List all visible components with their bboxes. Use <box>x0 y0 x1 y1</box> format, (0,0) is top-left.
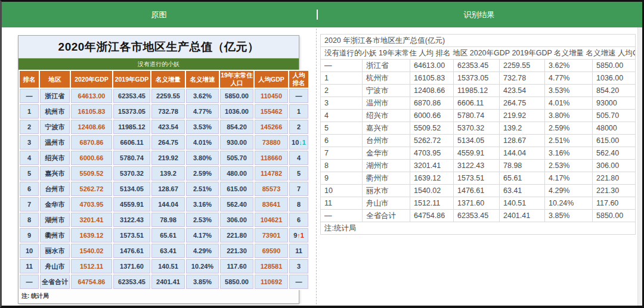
cell: 10 <box>20 244 39 258</box>
cell: 5262.72 <box>71 182 112 196</box>
cell: 562.40 <box>593 147 636 160</box>
cell: 1 <box>20 104 39 119</box>
table-row: 2宁波市12408.6611985.12423.543.53%854.20145… <box>20 120 308 134</box>
table-row: 11舟山市1512.111371.60140.5110.24%117.60128… <box>20 259 308 273</box>
rank-down-indicator: ↓1 <box>299 139 306 146</box>
cell: 1639.12 <box>410 172 454 185</box>
cell: 7 <box>289 182 308 196</box>
cell: 3.53% <box>186 120 219 134</box>
cell: 4.29% <box>545 185 593 197</box>
cell: 8 <box>289 197 308 211</box>
table-row: —全省合计64754.8662353.452401.413.85%5850.00 <box>321 210 636 222</box>
cell: 4 <box>289 151 308 165</box>
cell: 1 <box>289 104 308 119</box>
cell: 4.17% <box>186 228 219 242</box>
cell: 110450 <box>255 89 288 103</box>
cell: 264.75 <box>500 97 545 110</box>
cell: 110692 <box>255 275 288 289</box>
cell: 4.01% <box>545 97 593 110</box>
cell: 3.85% <box>186 275 219 289</box>
cell: 6870.86 <box>410 97 454 110</box>
cell: — <box>20 275 39 289</box>
cell: — <box>289 275 308 289</box>
cell: 306.00 <box>593 160 636 172</box>
cell: 118660 <box>255 151 288 165</box>
cell: 63.41 <box>151 244 185 258</box>
cell: 4.77% <box>186 104 219 119</box>
table-row: 9衢州市1639.121573.5165.614.17%221.80 <box>321 172 636 185</box>
cell: 219.92 <box>500 110 545 122</box>
cell: 5780.74 <box>113 151 150 165</box>
table-row: 8湖州市3201.413122.4378.982.53%306.00 <box>321 160 636 172</box>
cell: 221.30 <box>220 244 253 258</box>
cell: 10.24% <box>545 197 593 210</box>
cell: 4.01% <box>186 135 219 150</box>
cell: — <box>321 60 363 72</box>
cell: 金华市 <box>363 147 410 160</box>
cell: 615.00 <box>593 135 636 147</box>
table-row: 1杭州市16105.8315373.05732.784.77%1036.00 <box>321 72 636 85</box>
cell: 6 <box>321 135 363 147</box>
cell: 2.53% <box>545 160 593 172</box>
cell: 615.00 <box>220 182 253 196</box>
cell: 杭州市 <box>363 72 410 85</box>
cell: 3201.41 <box>71 213 112 227</box>
cell: 丽水市 <box>40 244 70 258</box>
rank-up-indicator: ↑1 <box>297 232 304 239</box>
result-title-cell: 2020 年浙江各市地区生产总值(亿元) <box>321 35 636 47</box>
cell: — <box>289 89 308 103</box>
table-row: —全省合计64754.8662353.452401.413.85%5850.00… <box>20 275 308 289</box>
cell: 144.04 <box>500 147 545 160</box>
cell: 湖州市 <box>40 213 70 227</box>
column-header: 名义增速 <box>186 71 219 88</box>
cell: 140.51 <box>500 197 545 210</box>
cell: 1476.61 <box>454 185 500 197</box>
cell: 6606.11 <box>113 135 150 150</box>
cell: 10↓1 <box>289 135 308 150</box>
cell: 264.75 <box>151 135 185 150</box>
cell: 12408.66 <box>410 85 454 97</box>
original-table-title: 2020年浙江各市地区生产总值（亿元） <box>18 36 299 58</box>
cell: 嘉兴市 <box>40 166 70 181</box>
cell: 6 <box>289 213 308 227</box>
cell: 衢州市 <box>40 228 70 242</box>
cell: 3 <box>289 259 308 273</box>
cell: 73880 <box>255 135 288 150</box>
cell: 9 <box>20 228 39 242</box>
cell: 5780.74 <box>454 110 500 122</box>
cell: 金华市 <box>40 197 70 211</box>
cell: 4703.95 <box>71 197 112 211</box>
cell: 1 <box>321 72 363 85</box>
cell: 3 <box>20 135 39 150</box>
cell: 5850.00 <box>220 89 253 103</box>
cell: 1512.11 <box>71 259 112 273</box>
cell: 48000 <box>593 122 636 135</box>
cell: 140.51 <box>151 259 185 273</box>
cell: 11 <box>289 244 308 258</box>
vertical-scrollbar[interactable] <box>637 27 642 306</box>
cell: 宁波市 <box>40 120 70 134</box>
cell: 8 <box>321 160 363 172</box>
cell: 64754.86 <box>410 210 454 222</box>
cell: 1371.60 <box>454 197 500 210</box>
cell: 4703.95 <box>410 147 454 160</box>
result-header-row: 没有道行的小妖 19年末常住 人均 排名 地区 2020年GDP 2019年GD… <box>321 47 636 60</box>
cell: 2 <box>20 120 39 134</box>
cell: 423.54 <box>151 120 185 134</box>
cell: 台州市 <box>40 182 70 196</box>
cell: 221.30 <box>593 185 636 197</box>
table-row: 9衢州市1639.121573.5165.614.17%221.80739019… <box>20 228 308 242</box>
result-table-head: 2020 年浙江各市地区生产总值(亿元) 没有道行的小妖 19年末常住 人均 排… <box>321 35 636 60</box>
original-table-note: 注: 统计局 <box>18 290 299 303</box>
cell: 16105.83 <box>410 72 454 85</box>
table-row: 3温州市6870.866606.11264.754.01%930.0073880… <box>20 135 308 150</box>
cell: 221.80 <box>593 172 636 185</box>
cell: 2.51% <box>186 182 219 196</box>
cell: 1036.00 <box>220 104 253 119</box>
cell: 221.80 <box>220 228 253 242</box>
cell: 62353.45 <box>454 210 500 222</box>
cell: 4 <box>321 110 363 122</box>
cell: 480.00 <box>220 166 253 181</box>
cell: 1540.02 <box>71 244 112 258</box>
cell: 湖州市 <box>363 160 410 172</box>
